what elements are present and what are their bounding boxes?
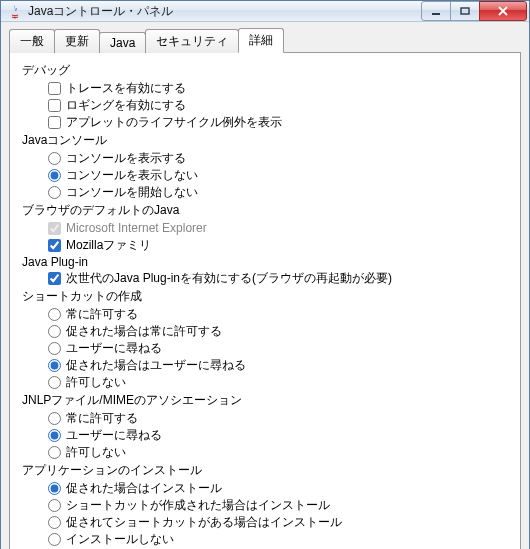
checkbox-item[interactable]: Microsoft Internet Explorer [48, 220, 512, 237]
close-icon [497, 6, 509, 16]
radio-item[interactable]: 許可しない [48, 444, 512, 461]
radio-item[interactable]: ユーザーに尋ねる [48, 340, 512, 357]
radio-input[interactable] [48, 446, 61, 459]
java-icon [7, 3, 23, 19]
item-label: コンソールを表示しない [66, 167, 198, 184]
tab-3[interactable]: セキュリティ [145, 29, 239, 53]
checkbox-input[interactable] [48, 239, 61, 252]
item-label: ユーザーに尋ねる [66, 427, 162, 444]
item-label: ユーザーに尋ねる [66, 340, 162, 357]
svg-rect-1 [461, 8, 469, 14]
checkbox-item[interactable]: 次世代のJava Plug-inを有効にする(ブラウザの再起動が必要) [48, 270, 512, 287]
group-label: Java Plug-in [22, 254, 512, 270]
item-label: 促されてショートカットがある場合はインストール [66, 514, 342, 531]
radio-item[interactable]: コンソールを表示しない [48, 167, 512, 184]
radio-item[interactable]: 促された場合はインストール [48, 480, 512, 497]
checkbox-input[interactable] [48, 82, 61, 95]
radio-input[interactable] [48, 412, 61, 425]
item-label: インストールしない [66, 531, 174, 548]
group-label: デバッグ [22, 61, 512, 80]
checkbox-item[interactable]: ロギングを有効にする [48, 97, 512, 114]
settings-tree[interactable]: デバッグトレースを有効にするロギングを有効にするアプレットのライフサイクル例外を… [14, 59, 516, 549]
radio-input[interactable] [48, 342, 61, 355]
svg-rect-0 [432, 13, 440, 15]
radio-input[interactable] [48, 186, 61, 199]
window-buttons [422, 1, 527, 21]
checkbox-input[interactable] [48, 272, 61, 285]
item-label: 許可しない [66, 444, 126, 461]
radio-input[interactable] [48, 152, 61, 165]
group-label: アプリケーションのインストール [22, 461, 512, 480]
radio-item[interactable]: インストールしない [48, 531, 512, 548]
checkbox-input[interactable] [48, 99, 61, 112]
radio-item[interactable]: 促された場合は常に許可する [48, 323, 512, 340]
tab-4[interactable]: 詳細 [238, 28, 284, 53]
radio-input[interactable] [48, 308, 61, 321]
tab-strip: 一般更新Javaセキュリティ詳細 [9, 28, 521, 53]
group-label: JNLPファイル/MIMEのアソシエーション [22, 391, 512, 410]
window: Javaコントロール・パネル 一般更新Javaセキュリティ詳細 デバッグトレース… [0, 0, 530, 549]
window-title: Javaコントロール・パネル [28, 3, 422, 20]
minimize-button[interactable] [421, 1, 451, 21]
checkbox-input[interactable] [48, 116, 61, 129]
close-button[interactable] [479, 1, 527, 21]
item-label: トレースを有効にする [66, 80, 186, 97]
radio-input[interactable] [48, 533, 61, 546]
item-label: 次世代のJava Plug-inを有効にする(ブラウザの再起動が必要) [66, 270, 392, 287]
item-label: 促された場合はユーザーに尋ねる [66, 357, 246, 374]
tab-2[interactable]: Java [99, 32, 146, 53]
radio-item[interactable]: 常に許可する [48, 306, 512, 323]
radio-item[interactable]: ユーザーに尋ねる [48, 427, 512, 444]
radio-input[interactable] [48, 376, 61, 389]
item-label: 促された場合はインストール [66, 480, 222, 497]
item-label: ロギングを有効にする [66, 97, 186, 114]
checkbox-input [48, 222, 61, 235]
radio-item[interactable]: ショートカットが作成された場合はインストール [48, 497, 512, 514]
group-label: Javaコンソール [22, 131, 512, 150]
tab-panel-advanced: デバッグトレースを有効にするロギングを有効にするアプレットのライフサイクル例外を… [9, 52, 521, 549]
item-label: Mozillaファミリ [66, 237, 151, 254]
tab-0[interactable]: 一般 [9, 29, 55, 53]
radio-input[interactable] [48, 516, 61, 529]
radio-item[interactable]: 許可しない [48, 374, 512, 391]
checkbox-item[interactable]: Mozillaファミリ [48, 237, 512, 254]
radio-input[interactable] [48, 482, 61, 495]
radio-input[interactable] [48, 169, 61, 182]
minimize-icon [431, 7, 441, 15]
item-label: 常に許可する [66, 306, 138, 323]
radio-item[interactable]: 促された場合はユーザーに尋ねる [48, 357, 512, 374]
item-label: コンソールを表示する [66, 150, 186, 167]
item-label: アプレットのライフサイクル例外を表示 [66, 114, 282, 131]
item-label: 常に許可する [66, 410, 138, 427]
item-label: 許可しない [66, 374, 126, 391]
item-label: ショートカットが作成された場合はインストール [66, 497, 330, 514]
radio-item[interactable]: 常に許可する [48, 410, 512, 427]
maximize-icon [460, 7, 470, 15]
checkbox-item[interactable]: アプレットのライフサイクル例外を表示 [48, 114, 512, 131]
radio-input[interactable] [48, 429, 61, 442]
group-label: ブラウザのデフォルトのJava [22, 201, 512, 220]
client-area: 一般更新Javaセキュリティ詳細 デバッグトレースを有効にするロギングを有効にす… [1, 22, 529, 549]
item-label: コンソールを開始しない [66, 184, 198, 201]
group-label: ショートカットの作成 [22, 287, 512, 306]
radio-item[interactable]: 促されてショートカットがある場合はインストール [48, 514, 512, 531]
radio-input[interactable] [48, 325, 61, 338]
radio-input[interactable] [48, 499, 61, 512]
radio-item[interactable]: コンソールを開始しない [48, 184, 512, 201]
item-label: Microsoft Internet Explorer [66, 220, 207, 237]
checkbox-item[interactable]: トレースを有効にする [48, 80, 512, 97]
tab-1[interactable]: 更新 [54, 29, 100, 53]
radio-input[interactable] [48, 359, 61, 372]
titlebar: Javaコントロール・パネル [1, 1, 529, 22]
maximize-button[interactable] [450, 1, 480, 21]
item-label: 促された場合は常に許可する [66, 323, 222, 340]
radio-item[interactable]: コンソールを表示する [48, 150, 512, 167]
